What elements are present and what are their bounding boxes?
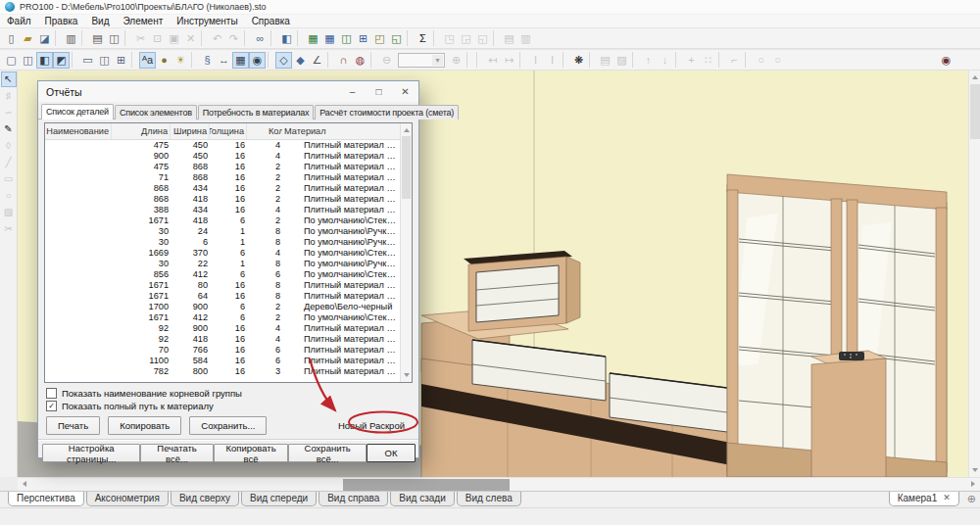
camera-settings-icon[interactable]: ⊕ bbox=[967, 493, 976, 505]
table-row[interactable]: 475 868 16 2 Плитный материал ДС\Ф... bbox=[45, 161, 400, 171]
save-icon[interactable]: ◪ bbox=[36, 30, 53, 47]
camera-close-icon[interactable]: ✕ bbox=[943, 493, 951, 503]
light-icon[interactable]: ☀ bbox=[172, 52, 189, 69]
walk-left-icon[interactable]: ↤ bbox=[484, 52, 501, 69]
dialog-minimize-button[interactable]: – bbox=[339, 81, 366, 102]
show-hidden-icon[interactable]: ◉ bbox=[249, 52, 266, 69]
view-solid-icon[interactable]: ◧ bbox=[36, 52, 53, 69]
table-row[interactable]: 868 434 16 2 Плитный материал ДС\Ф... bbox=[45, 182, 400, 193]
save-button[interactable]: Сохранить... bbox=[189, 416, 267, 435]
table-row[interactable]: 1669 370 6 4 По умолчанию\Стекло п... bbox=[45, 247, 400, 258]
record-icon[interactable]: ◉ bbox=[938, 52, 955, 69]
report-cutting-icon[interactable]: ⊞ bbox=[355, 30, 371, 47]
line-tool-icon[interactable]: ╱ bbox=[1, 155, 17, 170]
table-row[interactable]: 92 900 16 4 Плитный материал ДС\Ф... bbox=[45, 322, 400, 333]
vertical-scrollbar[interactable] bbox=[968, 71, 980, 477]
view-tab[interactable]: Вид сверху bbox=[171, 492, 239, 506]
select-tool-icon[interactable]: ↖ bbox=[1, 72, 17, 87]
render-icon[interactable]: ❋ bbox=[570, 52, 587, 69]
pane-double-icon[interactable]: ◫ bbox=[96, 52, 113, 69]
checkbox[interactable] bbox=[46, 388, 57, 399]
cut-icon[interactable]: ✂ bbox=[132, 30, 149, 47]
dialog-maximize-button[interactable]: □ bbox=[366, 81, 392, 102]
pan-view-icon[interactable]: ◍ bbox=[352, 52, 368, 69]
scroll-down-icon[interactable] bbox=[972, 468, 978, 472]
open-project-icon[interactable]: ▰ bbox=[20, 30, 36, 47]
report-parts-icon[interactable]: ▦ bbox=[305, 30, 321, 47]
table-scroll-up-icon[interactable] bbox=[404, 128, 410, 132]
camera-next-icon[interactable]: ○ bbox=[769, 52, 786, 69]
perspective-icon[interactable]: ⌐ bbox=[726, 52, 743, 69]
properties-window-icon[interactable]: ◧ bbox=[278, 30, 295, 47]
col-right-icon[interactable]: I bbox=[544, 52, 561, 69]
print-icon[interactable]: ▤ bbox=[89, 30, 106, 47]
view-hidden-icon[interactable]: ◫ bbox=[20, 52, 36, 69]
view-tab[interactable]: Перспектива bbox=[8, 492, 84, 506]
snap-vertex-icon[interactable]: ◇ bbox=[275, 52, 292, 69]
table-row[interactable]: 1100 584 16 6 Плитный материал ДС\Ф... bbox=[45, 355, 400, 365]
pane-single-icon[interactable]: ▭ bbox=[79, 52, 96, 69]
texture-icon[interactable]: ▨ bbox=[613, 52, 630, 69]
table-row[interactable]: 1671 418 6 2 По умолчанию\Стекло п... bbox=[45, 215, 400, 225]
table-row[interactable]: 868 418 16 2 Плитный материал ДС\Ф... bbox=[45, 193, 400, 204]
view-tab[interactable]: Аксонометрия bbox=[86, 492, 169, 506]
menu-item[interactable]: Инструменты bbox=[170, 15, 244, 27]
table-row[interactable]: 900 450 16 4 Плитный материал ДС\Ф... bbox=[45, 150, 400, 161]
checkbox-row[interactable]: Показать полный путь к материалу bbox=[46, 400, 411, 412]
up-icon[interactable]: ↑ bbox=[640, 52, 657, 69]
hatch-tool-icon[interactable]: ▨ bbox=[1, 205, 17, 220]
view-tab[interactable]: Вид сзади bbox=[390, 492, 454, 506]
table-row[interactable]: 782 800 16 3 Плитный материал ДС\Ф... bbox=[45, 365, 400, 376]
table-row[interactable]: 30 24 1 8 По умолчанию\Ручка по ... bbox=[45, 225, 400, 236]
save-all-button[interactable]: Сохранить всё... bbox=[288, 444, 367, 462]
horizontal-scroll-thumb[interactable] bbox=[343, 479, 510, 491]
view-textured-icon[interactable]: ◩ bbox=[53, 52, 70, 69]
table-scroll-thumb[interactable] bbox=[402, 136, 411, 199]
lock-icon[interactable]: ◱ bbox=[474, 30, 491, 47]
align-icon[interactable]: ▤ bbox=[501, 30, 517, 47]
view-tab[interactable]: Вид слева bbox=[457, 492, 521, 506]
measure-tool-icon[interactable]: ∽ bbox=[1, 105, 17, 120]
menu-item[interactable]: Вид bbox=[84, 15, 116, 27]
vertical-scroll-thumb[interactable] bbox=[970, 84, 980, 139]
fit-icon[interactable]: ∷ bbox=[700, 52, 716, 69]
ellipse-tool-icon[interactable]: ○ bbox=[1, 188, 17, 204]
dimensions-icon[interactable]: ↔ bbox=[216, 52, 232, 69]
camera-prev-icon[interactable]: ○ bbox=[753, 52, 769, 69]
table-row[interactable]: 71 868 16 2 Плитный материал ДС\Ф... bbox=[45, 171, 400, 182]
print-button[interactable]: Печать bbox=[46, 416, 100, 435]
checkbox-row[interactable]: Показать наименование корневой группы bbox=[46, 387, 411, 400]
zoom-out-icon[interactable]: ⊖ bbox=[378, 52, 395, 69]
copy-button[interactable]: Копировать bbox=[108, 416, 181, 435]
dialog-tab[interactable]: Список элементов bbox=[115, 105, 197, 119]
zoom-level-combo[interactable] bbox=[398, 53, 445, 68]
orbit-icon[interactable]: ∩ bbox=[335, 52, 352, 69]
new-document-icon[interactable]: ▯ bbox=[3, 30, 20, 47]
table-row[interactable]: 388 434 16 4 Плитный материал ДС\Ф... bbox=[45, 204, 400, 215]
delete-icon[interactable]: ✕ bbox=[182, 30, 199, 47]
report-materials-icon[interactable]: ◫ bbox=[338, 30, 355, 47]
table-row[interactable]: 92 418 16 4 Плитный материал ДС\Ф... bbox=[45, 333, 400, 344]
table-scroll-down-icon[interactable] bbox=[404, 373, 410, 377]
antialias-icon[interactable]: ᴬa bbox=[139, 52, 156, 69]
pane-quad-icon[interactable]: ⊞ bbox=[113, 52, 129, 69]
table-row[interactable]: 30 22 1 8 По умолчанию\Ручка по ... bbox=[45, 258, 400, 268]
dialog-tab[interactable]: Список деталей bbox=[41, 104, 114, 119]
export-report-icon[interactable]: ▥ bbox=[63, 30, 79, 47]
view-wireframe-icon[interactable]: ▢ bbox=[3, 52, 20, 69]
snap-edge-icon[interactable]: ◆ bbox=[292, 52, 309, 69]
print-all-button[interactable]: Печатать всё... bbox=[140, 444, 213, 462]
column-header[interactable]: Наименование bbox=[45, 123, 112, 139]
paste-icon[interactable]: ▣ bbox=[166, 30, 182, 47]
horizontal-scrollbar[interactable] bbox=[18, 477, 980, 491]
column-header[interactable]: Колич... bbox=[247, 123, 282, 139]
ok-button[interactable]: ОК bbox=[367, 444, 416, 462]
rect-tool-icon[interactable]: ▭ bbox=[1, 171, 17, 187]
view-tab[interactable]: Вид справа bbox=[318, 492, 388, 506]
dialog-close-button[interactable]: ✕ bbox=[392, 81, 418, 102]
menu-item[interactable]: Справка bbox=[245, 15, 297, 27]
menu-item[interactable]: Элемент bbox=[116, 15, 170, 27]
pencil-tool-icon[interactable]: ✎ bbox=[1, 121, 17, 137]
camera-tab[interactable]: Камера1 ✕ bbox=[889, 492, 959, 506]
scroll-right-icon[interactable] bbox=[971, 481, 975, 487]
